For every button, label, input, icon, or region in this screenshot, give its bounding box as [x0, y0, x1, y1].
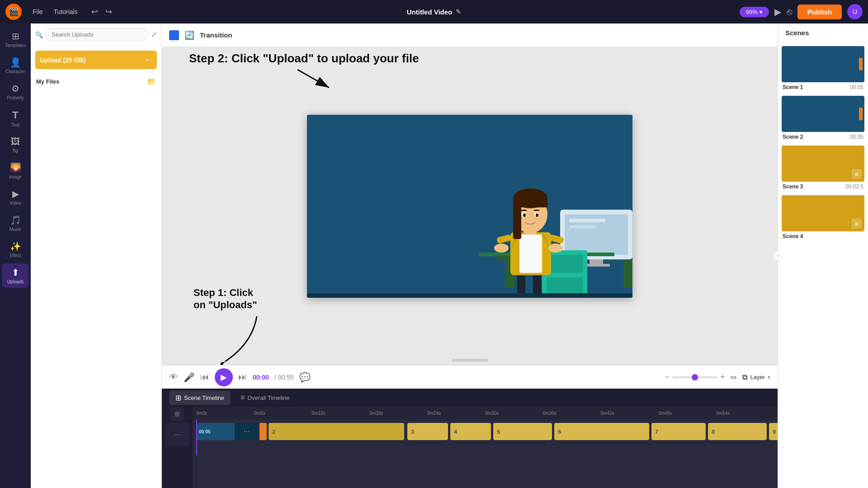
redo-button[interactable]: ↪ [103, 5, 115, 19]
my-files-header: My Files 📁 [31, 74, 161, 89]
scene-3-info: Scene 3 00:02.5 [782, 182, 864, 192]
clip-7[interactable]: 7 [651, 423, 706, 440]
clip-2[interactable]: 2 [269, 423, 404, 440]
svg-rect-9 [569, 219, 605, 222]
tab-scene-timeline-label: Scene Timeline [184, 394, 224, 401]
clip-8[interactable]: 8 [708, 423, 767, 440]
fit-screen-icon[interactable]: ⇔ [730, 372, 737, 382]
zoom-in-button[interactable]: + [720, 372, 725, 382]
skip-back-button[interactable]: ⏮ [200, 372, 209, 382]
preview-button[interactable]: ▶ [774, 6, 781, 17]
menu-tutorials[interactable]: Tutorials [50, 6, 81, 17]
layer-control[interactable]: ⧉ Layer ▾ [742, 373, 770, 381]
uploads-panel: 🔍 ⤢ Upload (25 GB) ← My Files 📁 [31, 23, 162, 488]
search-icon: 🔍 [35, 31, 43, 38]
search-input[interactable] [46, 28, 148, 41]
character-icon: 👤 [10, 57, 21, 68]
mic-button[interactable]: 🎤 [184, 372, 195, 383]
sidebar-item-music[interactable]: 🎵 Music [2, 211, 28, 235]
svg-point-34 [536, 213, 538, 217]
timeline-tabs: ⊞ Scene Timeline ≡ Overall Timeline [162, 389, 778, 407]
scene-card-2[interactable]: Scene 2 00:05 [782, 96, 864, 142]
scene-1-name: Scene 1 [783, 84, 803, 90]
canvas-scroll-handle[interactable] [452, 359, 488, 361]
step1-annotation: Step 1: Clickon "Uploads" [193, 287, 257, 311]
sidebar-item-text[interactable]: T Text [2, 106, 28, 131]
user-avatar[interactable]: U [847, 4, 863, 19]
sidebar-item-property[interactable]: ⚙ Property [2, 80, 28, 104]
step2-text: Step 2: Click "Upload" to upload your fi… [189, 52, 419, 66]
svg-rect-10 [569, 225, 596, 228]
scene-card-4[interactable]: ⊞ Scene 4 [782, 195, 864, 241]
svg-point-39 [494, 244, 509, 253]
ruler-mark-7: 0m42s [601, 411, 659, 416]
clip-9[interactable]: 9 [769, 423, 778, 440]
ruler-mark-0: 0m0s [196, 411, 254, 416]
timeline-settings-icon[interactable]: ⊞ [170, 407, 184, 421]
upload-button[interactable]: Upload (25 GB) ← [35, 51, 157, 69]
svg-rect-7 [590, 259, 603, 264]
collapse-panel-button[interactable]: ‹ [773, 251, 783, 261]
clip-5[interactable]: 5 [493, 423, 552, 440]
my-files-folder-icon[interactable]: 📁 [147, 77, 156, 86]
timeline-ruler: 0m0s 0m6s 0m12s 0m18s 0m24s 0m30s 0m36s … [193, 407, 778, 419]
timeline-body: ⊞ ⋯ 0m0s 0m6s 0m12s [162, 407, 778, 488]
sidebar-item-bg[interactable]: 🖼 Bg [2, 133, 28, 157]
scene-3-cd-icon: ⊞ [852, 169, 862, 179]
clip-1[interactable]: 00:05 [196, 423, 235, 440]
transition-marker[interactable] [259, 423, 267, 440]
clip-6[interactable]: 6 [554, 423, 649, 440]
upload-button-label: Upload (25 GB) [40, 56, 85, 64]
clip-4[interactable]: 4 [450, 423, 491, 440]
scene-4-cd-icon: ⊞ [852, 219, 862, 229]
subtitles-button[interactable]: 💬 [299, 372, 311, 383]
scene-illustration [307, 115, 632, 298]
playhead[interactable] [196, 419, 197, 455]
ruler-marks: 0m0s 0m6s 0m12s 0m18s 0m24s 0m30s 0m36s … [193, 411, 778, 416]
sidebar-label-property: Property [7, 95, 24, 100]
skip-forward-button[interactable]: ⏭ [238, 372, 247, 382]
topbar: 🎬 File Tutorials ↩ ↪ Untitled Video ✎ 99… [0, 0, 868, 23]
sidebar-item-video[interactable]: ▶ Video [2, 185, 28, 209]
sidebar-item-templates[interactable]: ⊞ Templates [2, 27, 28, 52]
share-button[interactable]: ⎋ [787, 7, 792, 17]
transition-label: Transition [200, 31, 232, 39]
sidebar-label-music: Music [9, 227, 21, 232]
scene-3-time: 00:02.5 [845, 183, 863, 190]
zoom-slider[interactable] [672, 376, 717, 378]
svg-rect-43 [307, 293, 632, 298]
scene-card-3[interactable]: ⊞ Scene 3 00:02.5 [782, 145, 864, 192]
sidebar-item-effect[interactable]: ✨ Effect [2, 237, 28, 262]
undo-button[interactable]: ↩ [89, 5, 101, 19]
time-separator: / 00:55 [274, 374, 294, 381]
timeline-scroll-area[interactable]: 0m0s 0m6s 0m12s 0m18s 0m24s 0m30s 0m36s … [193, 407, 778, 488]
layer-icon: ⧉ [742, 373, 747, 381]
sidebar-label-uploads: Uploads [7, 279, 24, 284]
play-button[interactable]: ▶ [215, 368, 233, 386]
zoom-out-button[interactable]: − [665, 372, 670, 382]
scene-4-info: Scene 4 [782, 231, 864, 241]
center-area: 🔄 Transition Step 2: Click "Upload" to u… [162, 23, 778, 488]
scene-card-1[interactable]: Scene 1 00:05 [782, 46, 864, 92]
visibility-toggle-button[interactable]: 👁 [169, 372, 178, 382]
sidebar-item-uploads[interactable]: ⬆ Uploads [2, 263, 28, 288]
quality-badge[interactable]: 99% ▾ [740, 7, 769, 17]
sidebar-item-image[interactable]: 🌄 Image [2, 159, 28, 183]
edit-title-icon[interactable]: ✎ [456, 8, 461, 15]
svg-rect-36 [534, 210, 539, 211]
tab-overall-timeline[interactable]: ≡ Overall Timeline [234, 391, 296, 404]
clip-dots[interactable]: ⋯ [236, 423, 258, 440]
scene-2-preview [782, 96, 864, 132]
sidebar-label-image: Image [9, 174, 22, 179]
svg-rect-16 [547, 255, 583, 273]
zoom-control: − + [665, 372, 725, 382]
uploads-icon: ⬆ [12, 267, 19, 278]
scene-color-indicator[interactable] [169, 30, 179, 40]
expand-icon[interactable]: ⤢ [151, 30, 157, 39]
publish-button[interactable]: Publish [797, 5, 842, 19]
timeline-track-settings[interactable]: ⋯ [165, 423, 189, 446]
clip-3[interactable]: 3 [407, 423, 448, 440]
sidebar-item-character[interactable]: 👤 Character [2, 53, 28, 78]
tab-scene-timeline[interactable]: ⊞ Scene Timeline [169, 391, 231, 405]
menu-file[interactable]: File [29, 6, 47, 17]
